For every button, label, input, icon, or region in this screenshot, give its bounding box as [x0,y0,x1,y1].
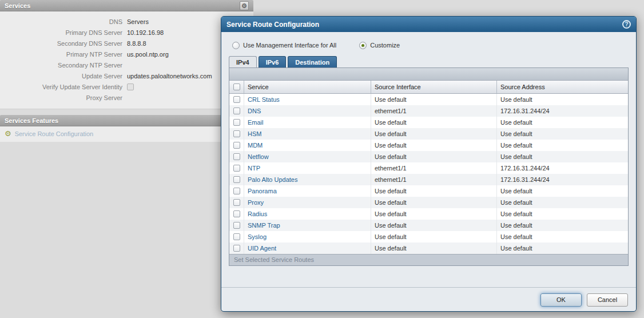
row-checkbox[interactable] [233,108,240,114]
row-checkbox[interactable] [233,188,240,194]
tab-destination[interactable]: Destination [288,56,337,67]
column-header-source-interface[interactable]: Source Interface [371,81,497,93]
service-link[interactable]: CRL Status [248,96,280,103]
table-row[interactable]: UID AgentUse defaultUse default [229,243,628,254]
services-row: Proxy Server [0,92,253,103]
services-title: Services [5,2,30,9]
service-route-configuration-dialog: Service Route Configuration ? Use Manage… [221,16,637,312]
service-link[interactable]: DNS [248,108,261,114]
services-row: Update Serverupdates.paloaltonetworks.co… [0,70,253,81]
service-route-config-row[interactable]: ⚙ Service Route Configuration [0,126,253,142]
row-checkbox[interactable] [233,142,240,149]
radio-customize[interactable]: Customize [359,42,400,49]
services-row: Secondary DNS Server8.8.8.8 [0,38,253,49]
row-checkbox[interactable] [233,233,240,240]
source-address-cell: Use default [497,231,628,243]
table-row[interactable]: MDMUse defaultUse default [229,140,628,151]
service-link[interactable]: Radius [248,210,267,217]
dialog-header: Service Route Configuration ? [221,17,636,32]
row-checkbox-cell [229,243,244,254]
column-header-service[interactable]: Service [244,81,371,93]
row-checkbox-cell [229,151,244,162]
service-cell: Radius [244,208,371,220]
tab-ipv4[interactable]: IPv4 [229,56,257,67]
service-route-gear-icon: ⚙ [5,130,11,137]
field-label-primary-dns-server: Primary DNS Server [0,29,127,36]
source-address-cell: Use default [497,220,628,231]
service-link[interactable]: NTP [248,165,260,172]
row-checkbox[interactable] [233,176,240,183]
table-row[interactable]: PanoramaUse defaultUse default [229,185,628,197]
dialog-button-bar: OK Cancel [221,287,636,312]
row-checkbox-cell [229,185,244,197]
table-row[interactable]: ProxyUse defaultUse default [229,197,628,208]
service-link[interactable]: UID Agent [248,245,276,252]
row-checkbox[interactable] [233,165,240,172]
service-link[interactable]: SNMP Trap [248,222,280,229]
row-checkbox[interactable] [233,222,240,229]
table-row[interactable]: EmailUse defaultUse default [229,117,628,128]
verify-update-server-checkbox[interactable] [127,84,134,90]
table-row[interactable]: RadiusUse defaultUse default [229,208,628,220]
ok-button[interactable]: OK [540,293,582,307]
table-row[interactable]: SNMP TrapUse defaultUse default [229,220,628,231]
service-link[interactable]: Netflow [248,153,269,160]
service-cell: Email [244,117,371,128]
service-route-config-link[interactable]: Service Route Configuration [15,130,94,137]
table-row[interactable]: NetflowUse defaultUse default [229,151,628,162]
service-cell: Netflow [244,151,371,162]
row-checkbox[interactable] [233,153,240,160]
cancel-button[interactable]: Cancel [587,293,628,307]
field-label-secondary-ntp-server: Secondary NTP Server [0,62,127,69]
row-checkbox[interactable] [233,130,240,137]
table-row[interactable]: Palo Alto Updatesethernet1/1172.16.31.24… [229,174,628,185]
set-selected-service-routes-button[interactable]: Set Selected Service Routes [229,254,628,265]
row-checkbox[interactable] [233,199,240,206]
services-row: Primary NTP Serverus.pool.ntp.org [0,49,253,59]
row-checkbox-cell [229,197,244,208]
radio-label: Customize [370,42,400,49]
radio-circle[interactable] [359,42,367,49]
source-interface-cell: ethernet1/1 [371,174,497,185]
service-link[interactable]: Proxy [248,199,264,206]
row-checkbox-cell [229,174,244,185]
table-row[interactable]: HSMUse defaultUse default [229,128,628,140]
source-address-cell: Use default [497,140,628,151]
column-header-source-address[interactable]: Source Address [497,81,628,93]
source-address-cell: 172.16.31.244/24 [497,105,628,117]
radio-circle[interactable] [232,42,240,49]
field-label-secondary-dns-server: Secondary DNS Server [0,40,127,47]
table-row[interactable]: CRL StatusUse defaultUse default [229,94,628,105]
source-interface-cell: Use default [371,197,497,208]
table-body: CRL StatusUse defaultUse defaultDNSether… [229,94,628,254]
table-row[interactable]: DNSethernet1/1172.16.31.244/24 [229,105,628,117]
select-all-checkbox[interactable] [233,84,240,90]
field-label-primary-ntp-server: Primary NTP Server [0,51,127,58]
row-checkbox-cell [229,162,244,174]
edit-settings-gear-icon[interactable]: ⚙ [240,1,249,10]
table-row[interactable]: NTPethernet1/1172.16.31.244/24 [229,162,628,174]
table-top-strip [229,68,628,81]
service-link[interactable]: Panorama [248,188,277,194]
radio-use-management-interface-for-all[interactable]: Use Management Interface for All [232,42,336,49]
service-route-table: ServiceSource InterfaceSource Address CR… [229,67,629,266]
service-cell: CRL Status [244,94,371,105]
service-link[interactable]: MDM [248,142,263,149]
tab-bar: IPv4IPv6Destination [229,56,629,67]
row-checkbox[interactable] [233,210,240,217]
table-row[interactable]: SyslogUse defaultUse default [229,231,628,243]
service-link[interactable]: Syslog [248,233,267,240]
row-checkbox-cell [229,128,244,140]
service-link[interactable]: Email [248,119,264,126]
row-checkbox[interactable] [233,96,240,103]
row-checkbox[interactable] [233,119,240,126]
help-icon[interactable]: ? [622,20,631,29]
source-interface-cell: Use default [371,94,497,105]
service-link[interactable]: Palo Alto Updates [248,176,297,183]
field-value-verify-update-server-identity [127,84,134,90]
radio-label: Use Management Interface for All [243,42,336,49]
service-link[interactable]: HSM [248,130,261,137]
row-checkbox[interactable] [233,245,240,252]
field-label-proxy-server: Proxy Server [0,94,127,101]
tab-ipv6[interactable]: IPv6 [259,56,287,67]
